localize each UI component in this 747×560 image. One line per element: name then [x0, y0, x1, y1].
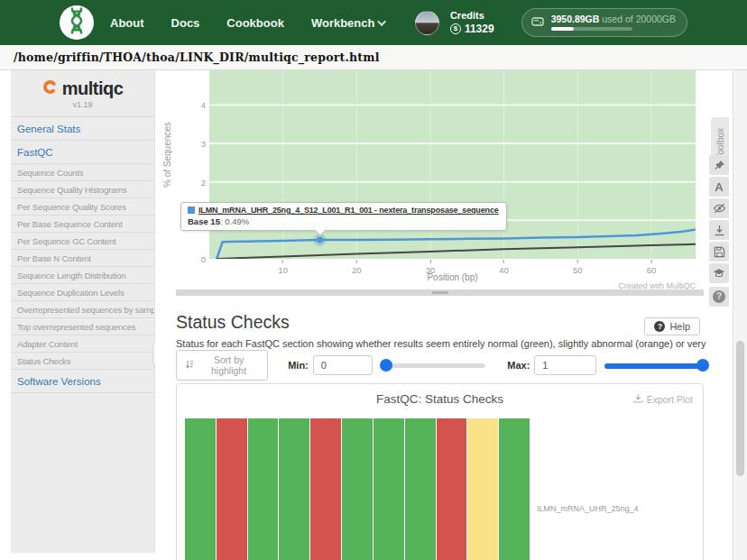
status-cell-11-pass[interactable] [499, 418, 530, 560]
sidebar-item-sequence-counts[interactable]: Sequence Counts [11, 164, 154, 181]
plot-title: FastQC: Status Checks [177, 392, 703, 406]
series-legend-icon [188, 207, 195, 214]
y-axis-title: % of Sequences [162, 122, 172, 188]
user-avatar[interactable] [415, 11, 439, 35]
section-title: Status Checks [176, 312, 290, 333]
status-cell-5-fail[interactable] [310, 418, 341, 560]
min-slider[interactable] [381, 359, 485, 372]
max-slider[interactable] [604, 359, 708, 372]
export-plots-button[interactable] [709, 220, 729, 240]
storage-usage[interactable]: 3950.89GB used of 20000GB [521, 8, 687, 37]
storage-fill [551, 27, 574, 31]
question-icon: ? [654, 321, 665, 332]
highlight-samples-button[interactable] [709, 155, 729, 175]
sidebar-item-sequence-duplication-levels[interactable]: Sequence Duplication Levels [11, 284, 154, 301]
report-sidebar: multiqc v1.19 General StatsFastQCSequenc… [11, 70, 155, 553]
file-path-bar: /home/griffin/THOA/thoa/LINK_DIR/multiqc… [0, 45, 747, 70]
export-plot-button[interactable]: Export Plot [633, 393, 693, 405]
sidebar-item-overrepresented-sequences-by-sample[interactable]: Overrepresented sequences by sample [11, 301, 154, 318]
min-input[interactable] [313, 355, 373, 375]
sidebar-item-per-sequence-gc-content[interactable]: Per Sequence GC Content [11, 233, 154, 250]
tooltip-label: Base 15 [188, 216, 220, 226]
status-cell-2-fail[interactable] [217, 418, 247, 560]
question-icon: ? [713, 290, 725, 303]
toolbox-rail: Toolbox A [709, 70, 729, 560]
app-header: About Docs Cookbook Workbench Credits $ … [0, 0, 747, 45]
storage-suffix: used of 20000GB [602, 14, 676, 24]
multiqc-mark-icon [42, 79, 58, 98]
credits-block: Credits $ 11329 [450, 10, 494, 35]
sidebar-item-fastqc[interactable]: FastQC [11, 141, 154, 164]
save-icon [714, 246, 725, 258]
graduation-cap-icon [713, 268, 725, 279]
y-tick: 4 [201, 100, 206, 110]
grip-icon [432, 291, 448, 294]
max-slider-thumb[interactable] [696, 359, 709, 372]
sidebar-item-adapter-content[interactable]: Adapter Content [11, 335, 154, 353]
min-label: Min: [288, 360, 309, 371]
app-logo[interactable] [60, 5, 94, 40]
main-nav: About Docs Cookbook Workbench [110, 16, 386, 30]
rename-samples-button[interactable]: A [709, 177, 729, 197]
sample-row-label: ILMN_mRNA_UHR_25ng_4 [537, 504, 639, 513]
max-input[interactable] [534, 355, 596, 375]
nav-item-docs[interactable]: Docs [171, 16, 200, 30]
citation-button[interactable] [709, 263, 729, 283]
status-checks-card: FastQC: Status Checks Export Plot ILMN_m… [176, 383, 704, 560]
sidebar-item-general-stats[interactable]: General Stats [11, 117, 154, 141]
status-cell-8-pass[interactable] [405, 418, 436, 560]
hide-samples-button[interactable] [709, 198, 729, 218]
status-cell-6-pass[interactable] [342, 418, 373, 560]
file-path: /home/griffin/THOA/thoa/LINK_DIR/multiqc… [14, 50, 380, 64]
dna-icon [67, 6, 87, 39]
status-cell-9-fail[interactable] [437, 418, 467, 560]
chevron-down-icon [378, 17, 387, 26]
sidebar-item-status-checks[interactable]: Status Checks [11, 353, 154, 370]
sidebar-item-sequence-quality-histograms[interactable]: Sequence Quality Histograms [11, 181, 154, 198]
nav-item-cookbook[interactable]: Cookbook [226, 16, 284, 30]
status-heatmap [185, 418, 530, 560]
eye-slash-icon [713, 203, 726, 214]
status-cell-7-pass[interactable] [374, 418, 404, 560]
tooltip-series-name: ILMN_mRNA_UHR_25ng_4_S12_L001_R1_001 - n… [198, 206, 499, 215]
nav-item-workbench[interactable]: Workbench [311, 16, 387, 30]
multiqc-logo[interactable]: multiqc v1.19 [11, 70, 154, 117]
toolbox-help-button[interactable]: ? [709, 287, 729, 307]
plot-resize-handle[interactable] [176, 289, 704, 296]
status-cell-10-warn[interactable] [467, 418, 498, 560]
help-button[interactable]: ? Help [644, 317, 700, 335]
status-cell-4-pass[interactable] [279, 418, 309, 560]
sort-by-highlight-button[interactable]: Sort by highlight [176, 350, 268, 381]
scrollbar-thumb[interactable] [736, 341, 744, 476]
max-label: Max: [507, 360, 530, 371]
coin-icon: $ [450, 23, 461, 34]
sidebar-item-per-base-n-content[interactable]: Per Base N Content [11, 250, 154, 267]
sort-icon [185, 360, 194, 372]
sidebar-item-sequence-length-distribution[interactable]: Sequence Length Distribution [11, 267, 154, 284]
status-cell-1-pass[interactable] [185, 418, 216, 560]
multiqc-version: v1.19 [72, 100, 92, 109]
credits-value: 11329 [465, 23, 494, 35]
y-tick: 3 [201, 139, 206, 149]
y-tick: 0 [201, 254, 206, 264]
min-slider-thumb[interactable] [380, 359, 392, 372]
pin-icon [714, 160, 725, 171]
status-cell-3-pass[interactable] [248, 418, 279, 560]
credits-label: Credits [450, 10, 494, 21]
plot-controls: Sort by highlight Min: Max: [176, 354, 708, 376]
tooltip-value: 0.49% [225, 216, 249, 226]
nav-item-about[interactable]: About [110, 16, 144, 30]
sidebar-nav: General StatsFastQCSequence CountsSequen… [11, 117, 154, 393]
scrollbar-track[interactable] [733, 70, 747, 560]
sidebar-item-software-versions[interactable]: Software Versions [11, 370, 154, 393]
sidebar-item-per-sequence-quality-scores[interactable]: Per Sequence Quality Scores [11, 198, 154, 216]
sidebar-item-top-overrepresented-sequences[interactable]: Top overrepresented sequences [11, 318, 154, 335]
save-settings-button[interactable] [709, 242, 729, 262]
download-icon [714, 225, 725, 236]
storage-used: 3950.89GB [551, 14, 600, 24]
y-tick: 2 [201, 178, 206, 188]
sidebar-item-per-base-sequence-content[interactable]: Per Base Sequence Content [11, 216, 154, 233]
disk-icon [531, 14, 544, 31]
download-icon [633, 393, 643, 405]
multiqc-wordmark: multiqc [62, 78, 124, 99]
